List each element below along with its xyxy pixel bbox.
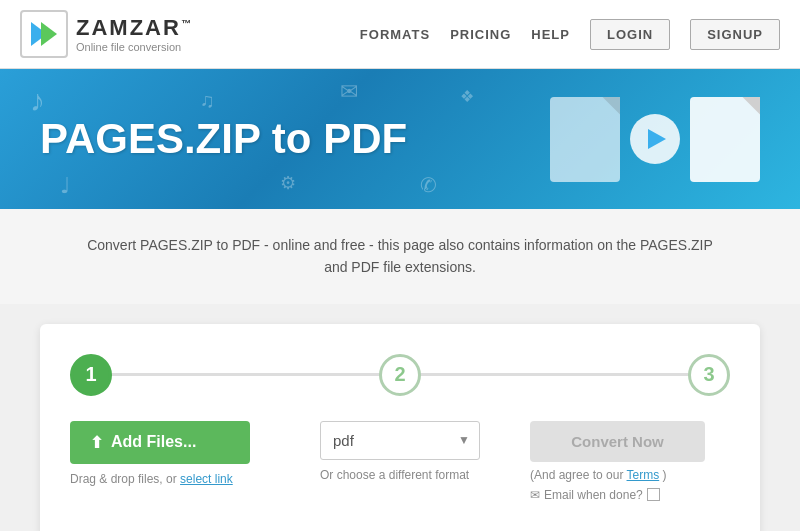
format-select-wrapper: pdf ▼ bbox=[320, 421, 480, 460]
subtitle-text: Convert PAGES.ZIP to PDF - online and fr… bbox=[87, 237, 713, 275]
logo-subtitle: Online file conversion bbox=[76, 41, 193, 53]
subtitle-area: Convert PAGES.ZIP to PDF - online and fr… bbox=[0, 209, 800, 304]
banner: ♪ ♫ ♩ ⚙ ✉ ✆ ❖ PAGES.ZIP to PDF bbox=[0, 69, 800, 209]
header: ZAMZAR™ Online file conversion FORMATS P… bbox=[0, 0, 800, 69]
step-3-col: Convert Now (And agree to our Terms ) ✉ … bbox=[510, 421, 730, 502]
step-connector-1 bbox=[107, 373, 384, 376]
deco-music-note-3: ♩ bbox=[60, 173, 70, 199]
step-1-col: ⬆ Add Files... Drag & drop files, or sel… bbox=[70, 421, 300, 486]
main-content: 1 2 3 ⬆ Add Files... Drag & drop files, … bbox=[0, 304, 800, 531]
add-files-label: Add Files... bbox=[111, 433, 196, 451]
steps-bar: 1 2 3 bbox=[70, 354, 730, 396]
svg-marker-1 bbox=[41, 22, 57, 46]
step-connector-2 bbox=[416, 373, 693, 376]
logo-area: ZAMZAR™ Online file conversion bbox=[20, 10, 193, 58]
format-select[interactable]: pdf bbox=[320, 421, 480, 460]
choose-format-text: Or choose a different format bbox=[320, 468, 469, 482]
deco-icon-2: ✉ bbox=[340, 79, 358, 105]
email-when-done: ✉ Email when done? bbox=[530, 488, 660, 502]
email-checkbox[interactable] bbox=[647, 488, 660, 501]
terms-link[interactable]: Terms bbox=[627, 468, 660, 482]
play-arrow bbox=[630, 114, 680, 164]
step-1-circle: 1 bbox=[70, 354, 112, 396]
deco-icon-4: ❖ bbox=[460, 87, 474, 106]
deco-icon-3: ✆ bbox=[420, 173, 437, 197]
upload-icon: ⬆ bbox=[90, 433, 103, 452]
deco-icon-1: ⚙ bbox=[280, 172, 296, 194]
nav-pricing[interactable]: PRICING bbox=[450, 27, 511, 42]
banner-title: PAGES.ZIP to PDF bbox=[40, 115, 407, 163]
file-icon-right bbox=[690, 97, 760, 182]
deco-music-note-2: ♫ bbox=[200, 89, 215, 112]
deco-music-note: ♪ bbox=[30, 84, 45, 118]
step-2-col: pdf ▼ Or choose a different format bbox=[300, 421, 510, 482]
convert-now-button[interactable]: Convert Now bbox=[530, 421, 705, 462]
banner-right bbox=[550, 97, 760, 182]
drag-drop-text: Drag & drop files, or select link bbox=[70, 472, 233, 486]
logo-icon bbox=[20, 10, 68, 58]
logo-name: ZAMZAR™ bbox=[76, 15, 193, 41]
step-3-circle: 3 bbox=[688, 354, 730, 396]
nav-formats[interactable]: FORMATS bbox=[360, 27, 430, 42]
terms-text: (And agree to our Terms ) bbox=[530, 468, 667, 482]
add-files-button[interactable]: ⬆ Add Files... bbox=[70, 421, 250, 464]
play-triangle-icon bbox=[648, 129, 666, 149]
converter-card: 1 2 3 ⬆ Add Files... Drag & drop files, … bbox=[40, 324, 760, 531]
nav-area: FORMATS PRICING HELP LOGIN SIGNUP bbox=[360, 19, 780, 50]
steps-content: ⬆ Add Files... Drag & drop files, or sel… bbox=[70, 421, 730, 502]
step-2-circle: 2 bbox=[379, 354, 421, 396]
signup-button[interactable]: SIGNUP bbox=[690, 19, 780, 50]
file-icon-left bbox=[550, 97, 620, 182]
logo-text-area: ZAMZAR™ Online file conversion bbox=[76, 15, 193, 53]
login-button[interactable]: LOGIN bbox=[590, 19, 670, 50]
email-icon: ✉ bbox=[530, 488, 540, 502]
nav-help[interactable]: HELP bbox=[531, 27, 570, 42]
select-link[interactable]: select link bbox=[180, 472, 233, 486]
